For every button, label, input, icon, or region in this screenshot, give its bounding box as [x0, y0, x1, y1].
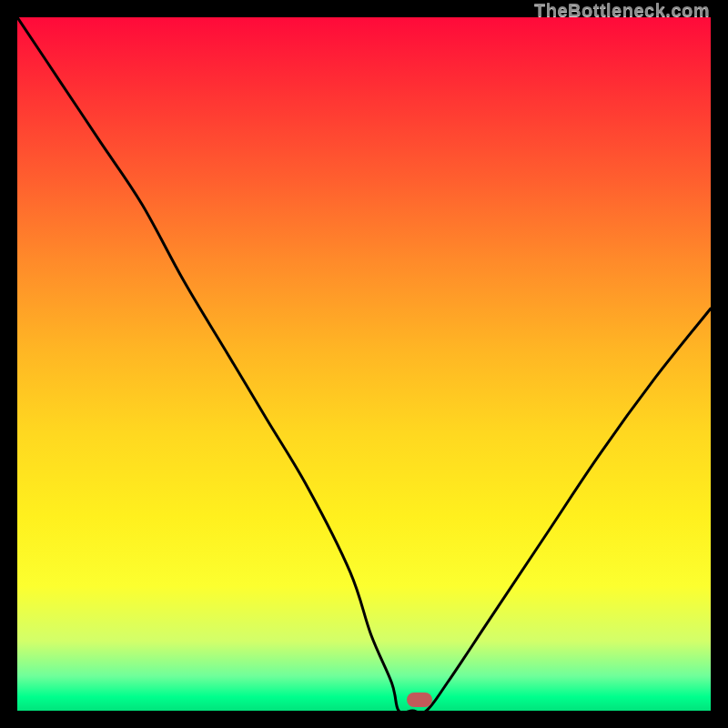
optimum-marker: [407, 693, 432, 707]
gradient-plot-area: [17, 17, 711, 711]
watermark-text: TheBottleneck.com: [534, 0, 710, 21]
bottleneck-curve: [17, 17, 711, 711]
chart-frame: TheBottleneck.com: [0, 0, 728, 728]
